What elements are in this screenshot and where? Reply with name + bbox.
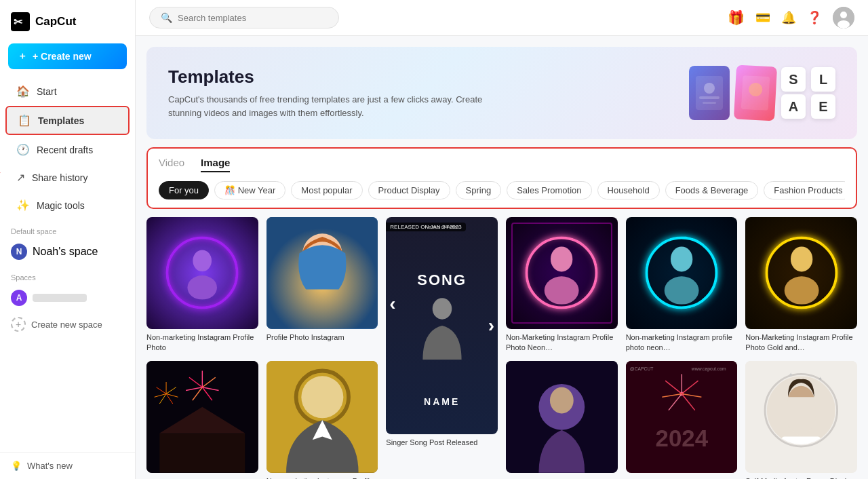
tab-row: Video Image	[159, 157, 845, 172]
banner-card-1	[689, 66, 730, 120]
bell-icon[interactable]: 🔔	[781, 10, 796, 25]
create-new-button[interactable]: ＋ + Create new	[8, 43, 127, 69]
grid-item-2[interactable]: Profile Photo Instagram	[267, 217, 378, 353]
banner-text: Templates CapCut's thousands of free tre…	[168, 66, 507, 119]
svg-point-4	[837, 20, 850, 28]
banner: Templates CapCut's thousands of free tre…	[146, 47, 857, 139]
share-icon: ↗	[16, 171, 25, 184]
home-icon: 🏠	[16, 85, 30, 98]
logo-area: ✂ CapCut	[0, 0, 135, 41]
main-area: 🔍 🎁 💳 🔔 ❓ Templates CapCut's thousands o…	[136, 0, 868, 479]
grid-item-10[interactable]: 2024 @CAPCUT www.capcut.com	[626, 361, 738, 479]
svg-text:@CAPCUT: @CAPCUT	[629, 366, 653, 371]
thumb-4	[506, 217, 618, 329]
sidebar-bottom: 💡 What's new	[0, 452, 135, 479]
sidebar-item-share-history[interactable]: ↗ Share history →	[5, 164, 130, 191]
noahs-space[interactable]: N Noah's space	[0, 238, 135, 265]
sidebar-item-templates[interactable]: 📋 Templates	[5, 106, 130, 135]
grid-label-5: Non-marketing Instagram profile photo ne…	[626, 332, 738, 353]
tab-image[interactable]: Image	[201, 157, 230, 172]
sidebar-item-templates-label: Templates	[38, 115, 84, 126]
letter-tiles-2: L E	[811, 67, 835, 119]
grid-label-8: Non-marketing Instagram Profile Photo Gr…	[267, 476, 378, 479]
person-silhouette	[397, 292, 487, 360]
grid-item-5[interactable]: Non-marketing Instagram profile photo ne…	[626, 217, 738, 353]
grid-item-9[interactable]	[506, 361, 618, 479]
filter-new-year[interactable]: 🎊 New Year	[214, 181, 285, 199]
svg-point-44	[550, 387, 574, 414]
sidebar-item-share-history-label: Share history	[32, 172, 87, 183]
filter-household[interactable]: Household	[597, 181, 660, 199]
grid-item-7[interactable]	[146, 361, 258, 479]
svg-point-40	[301, 377, 343, 419]
filter-fashion-products[interactable]: Fashion Products	[764, 181, 845, 199]
annotation-arrow-share: →	[0, 166, 3, 180]
wallet-icon[interactable]: 💳	[755, 10, 770, 25]
create-new-space[interactable]: + Create new space	[0, 311, 135, 337]
svg-point-20	[790, 246, 812, 271]
svg-rect-7	[699, 96, 719, 99]
grid-label-2: Profile Photo Instagram	[267, 332, 378, 343]
tab-video[interactable]: Video	[159, 157, 184, 172]
grid-item-6[interactable]: Non-Marketing Instagram Profile Photo Go…	[745, 217, 857, 353]
topbar: 🔍 🎁 💳 🔔 ❓	[136, 0, 868, 36]
capcut-logo-icon: ✂	[11, 12, 30, 31]
name-of-artist-label: Name of Artist	[425, 224, 459, 230]
thumb-11: ✦ ✦ ✦	[745, 361, 857, 473]
grid-item-3[interactable]: RELEASED ON JAN 24 2023 Name of Artist S…	[386, 217, 498, 479]
default-space-label: Default space	[0, 219, 135, 238]
create-space-icon: +	[11, 317, 26, 332]
neon-circle-pink	[526, 237, 598, 309]
svg-point-21	[784, 276, 818, 305]
grid-label-11: Self-Media Avatar Frame Display, Minimal…	[745, 476, 857, 479]
create-space-label: Create new space	[31, 320, 102, 330]
content-area: Templates CapCut's thousands of free tre…	[136, 36, 868, 479]
gift-icon[interactable]: 🎁	[728, 9, 745, 26]
template-grid: Non-marketing Instagram Profile Photo Pr…	[136, 209, 868, 479]
thumb-5	[626, 217, 738, 329]
arrow-left: ‹	[389, 293, 395, 315]
filter-for-you[interactable]: For you	[159, 181, 209, 199]
help-icon[interactable]: ❓	[807, 10, 822, 25]
neon-circle-gold	[765, 237, 837, 309]
letter-tiles: S A	[781, 67, 806, 119]
user-avatar[interactable]	[833, 7, 854, 28]
letter-s: S	[781, 67, 806, 92]
spaces-item[interactable]: A	[0, 284, 135, 311]
grid-label-3: Singer Song Post Released	[386, 438, 498, 448]
sidebar-item-magic-tools[interactable]: ✨ Magic tools	[5, 192, 130, 218]
banner-description: CapCut's thousands of free trending temp…	[168, 93, 507, 119]
filter-spring[interactable]: Spring	[456, 181, 502, 199]
grid-item-4[interactable]: Non-Marketing Instagram Profile Photo Ne…	[506, 217, 618, 353]
search-icon: 🔍	[161, 12, 172, 23]
search-input[interactable]	[178, 13, 328, 23]
grid-item-11[interactable]: ✦ ✦ ✦	[745, 361, 857, 479]
sidebar-item-recent-drafts[interactable]: 🕐 Recent drafts	[5, 136, 130, 163]
banner-title: Templates	[168, 66, 507, 88]
filter-most-popular[interactable]: Most popular	[291, 181, 362, 199]
svg-point-18	[671, 246, 692, 271]
spaces-label: Spaces	[0, 265, 135, 284]
grid-item-1[interactable]: Non-marketing Instagram Profile Photo	[146, 217, 258, 353]
grid-label-4: Non-Marketing Instagram Profile Photo Ne…	[506, 332, 618, 353]
sidebar-item-start[interactable]: 🏠 Start	[5, 78, 130, 104]
tabs-section: Video Image For you 🎊 New Year Most popu…	[146, 147, 857, 209]
grid-item-8[interactable]: Non-marketing Instagram Profile Photo Gr…	[267, 361, 378, 479]
topbar-icons: 🎁 💳 🔔 ❓	[728, 7, 854, 28]
banner-visuals: S A L E	[689, 66, 835, 120]
grid-label-6: Non-Marketing Instagram Profile Photo Go…	[745, 332, 857, 353]
lightbulb-icon: 💡	[11, 461, 22, 471]
letter-a: A	[781, 94, 806, 119]
letter-e: E	[811, 94, 835, 119]
search-box[interactable]: 🔍	[149, 7, 339, 28]
whats-new[interactable]: 💡 What's new	[11, 461, 124, 471]
svg-rect-8	[703, 102, 716, 104]
filter-sales-promotion[interactable]: Sales Promotion	[507, 181, 591, 199]
svg-point-17	[545, 276, 579, 305]
filter-foods-beverage[interactable]: Foods & Beverage	[665, 181, 759, 199]
space-name-blurred	[33, 294, 87, 302]
thumb-9	[506, 361, 618, 473]
filter-product-display[interactable]: Product Display	[368, 181, 450, 199]
filter-row: For you 🎊 New Year Most popular Product …	[159, 180, 845, 199]
app-name: CapCut	[35, 15, 76, 28]
